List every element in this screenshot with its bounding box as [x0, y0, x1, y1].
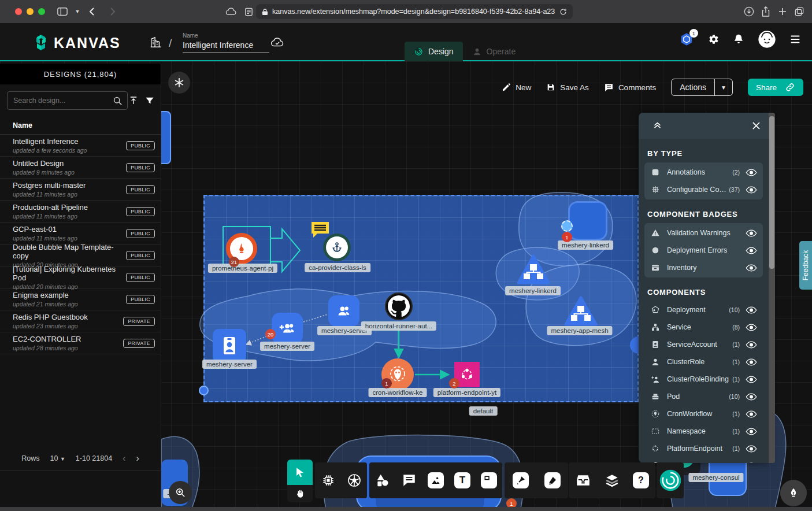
help-tool-button[interactable]: ? — [629, 469, 652, 492]
toggle-visibility-eye-icon[interactable] — [746, 461, 758, 463]
panel-row[interactable]: Service (8) — [644, 319, 763, 336]
toggle-visibility-eye-icon[interactable] — [746, 409, 758, 419]
panel-row[interactable]: Validation Warnings — [644, 224, 763, 242]
design-list-item[interactable]: EC2-CONTROLLER updated 28 minutes ago PR… — [0, 332, 161, 354]
design-list-item[interactable]: Untitled Design updated 9 minutes ago PU… — [0, 157, 161, 179]
drawing-mode-button[interactable] — [780, 480, 807, 506]
new-tab-icon[interactable] — [776, 5, 789, 18]
text-tool-button[interactable]: T — [451, 469, 474, 492]
reload-icon[interactable] — [559, 8, 567, 16]
forward-button[interactable] — [105, 5, 119, 18]
filter-icon[interactable] — [144, 95, 155, 106]
design-list-item[interactable]: GCP-east-01 updated 11 minutes ago PUBLI… — [0, 223, 161, 245]
previous-page-button[interactable]: ‹ — [123, 453, 125, 464]
image-tool-button[interactable] — [424, 469, 447, 492]
panel-row[interactable]: Configurable Components (37) — [644, 181, 763, 198]
comments-button[interactable]: Comments — [604, 83, 656, 92]
shapes-tool-button[interactable] — [371, 469, 394, 492]
node-meshery-server-clusterrole[interactable] — [328, 295, 359, 327]
tab-design[interactable]: Design — [405, 42, 463, 61]
comment-annotation-icon[interactable] — [310, 221, 331, 239]
share-page-icon[interactable] — [759, 5, 773, 18]
node-horizontal-runner[interactable] — [385, 292, 413, 320]
panel-row[interactable]: ServiceAccount (1) — [644, 336, 763, 353]
panel-row[interactable]: Inventory — [644, 259, 763, 276]
rows-per-page-select[interactable]: 10 ▼ — [50, 454, 65, 462]
node-meshery-server-serviceaccount[interactable] — [213, 329, 246, 362]
toggle-visibility-eye-icon[interactable] — [746, 228, 758, 238]
panel-row[interactable]: ClusterRoleBinding (1) — [644, 371, 763, 388]
design-list-item[interactable]: Redis PHP Guestbook updated 23 minutes a… — [0, 310, 161, 332]
next-page-button[interactable]: › — [136, 453, 139, 464]
node-meshery-linkerd-deployment[interactable] — [568, 201, 607, 240]
tab-operate[interactable]: Operate — [463, 42, 525, 61]
pan-tool-button[interactable] — [287, 485, 313, 502]
node-meshery-app-mesh[interactable] — [564, 296, 598, 326]
chevron-down-icon[interactable]: ▼ — [71, 5, 84, 18]
toggle-visibility-eye-icon[interactable] — [746, 339, 758, 350]
settings-gear-icon[interactable] — [707, 33, 720, 46]
share-button[interactable]: Share — [748, 79, 803, 96]
toggle-visibility-eye-icon[interactable] — [746, 374, 758, 384]
toggle-visibility-eye-icon[interactable] — [746, 357, 758, 367]
panel-row[interactable]: Deployment Errors — [644, 242, 763, 259]
search-icon[interactable] — [113, 96, 123, 106]
hamburger-menu-icon[interactable] — [789, 33, 802, 46]
feedback-tab[interactable]: Feedback — [799, 241, 812, 290]
save-as-button[interactable]: Save As — [546, 83, 589, 92]
maximize-window-button[interactable] — [38, 8, 45, 15]
icloud-icon[interactable] — [224, 5, 238, 18]
actions-dropdown-button[interactable]: Actions ▼ — [671, 79, 733, 96]
design-list-item[interactable]: [Tutorial] Exploring Kubernetes Pod upda… — [0, 266, 161, 288]
panel-row[interactable]: CronWorkflow (1) — [644, 405, 763, 423]
back-button[interactable] — [86, 5, 99, 18]
panel-row[interactable]: PlatformEndpoint (1) — [644, 440, 763, 457]
search-input[interactable] — [7, 91, 128, 110]
address-bar[interactable]: kanvas.new/extension/meshmap?mode=design… — [256, 4, 573, 19]
environment-button[interactable]: 1 — [679, 32, 694, 47]
panel-row[interactable]: Annotations (2) — [644, 164, 763, 181]
toggle-visibility-eye-icon[interactable] — [746, 305, 758, 315]
minimize-window-button[interactable] — [27, 8, 34, 15]
components-tool-button[interactable] — [317, 469, 340, 492]
downloads-icon[interactable] — [742, 5, 756, 18]
reader-icon[interactable] — [242, 5, 255, 18]
collapse-panel-icon[interactable] — [652, 121, 662, 131]
new-button[interactable]: New — [502, 83, 531, 92]
toggle-visibility-eye-icon[interactable] — [746, 184, 758, 195]
toggle-visibility-eye-icon[interactable] — [746, 322, 758, 332]
panel-row[interactable]: Deployment (10) — [644, 301, 763, 319]
layers-tool-button[interactable] — [600, 469, 624, 492]
zoom-button[interactable] — [169, 481, 192, 504]
kubernetes-tool-button[interactable] — [343, 469, 366, 492]
panel-scrollbar-thumb[interactable] — [769, 116, 774, 269]
toggle-visibility-eye-icon[interactable] — [746, 391, 758, 402]
panel-row[interactable]: Pod (10) — [644, 388, 763, 405]
sidebar-toggle-icon[interactable] — [55, 5, 69, 18]
drawer-tool-button[interactable] — [572, 469, 595, 492]
organization-icon[interactable] — [149, 36, 162, 49]
import-design-icon[interactable] — [128, 95, 139, 106]
selection-handle[interactable] — [199, 386, 209, 395]
design-list-item[interactable]: Enigma example updated 21 minutes ago PU… — [0, 288, 161, 310]
toggle-visibility-eye-icon[interactable] — [746, 262, 758, 273]
tab-overview-icon[interactable] — [792, 5, 806, 18]
panel-row[interactable]: Namespace (1) — [644, 423, 763, 440]
design-name-input[interactable] — [183, 40, 269, 53]
rectangle-tool-button[interactable] — [477, 469, 500, 492]
design-list-item[interactable]: Intelligent Inference updated a few seco… — [0, 135, 161, 157]
design-list-item[interactable]: Double Bubble Map Template-copy updated … — [0, 245, 161, 266]
toggle-visibility-eye-icon[interactable] — [746, 245, 758, 255]
panel-row[interactable]: ClusterRole (1) — [644, 353, 763, 371]
panel-scrollbar[interactable] — [769, 113, 775, 463]
user-avatar[interactable] — [758, 30, 776, 49]
chevron-down-icon[interactable]: ▼ — [714, 79, 732, 95]
toggle-visibility-eye-icon[interactable] — [746, 426, 758, 436]
close-panel-icon[interactable] — [752, 121, 761, 130]
node-meshery-server-clusterrolebinding[interactable] — [272, 313, 303, 344]
meshery-logo-button[interactable] — [659, 469, 682, 492]
notifications-bell-icon[interactable] — [732, 33, 745, 46]
select-tool-button[interactable] — [287, 460, 313, 485]
pen-tool-button[interactable] — [509, 469, 532, 492]
node-meshery-linkerd-service[interactable] — [517, 254, 550, 284]
